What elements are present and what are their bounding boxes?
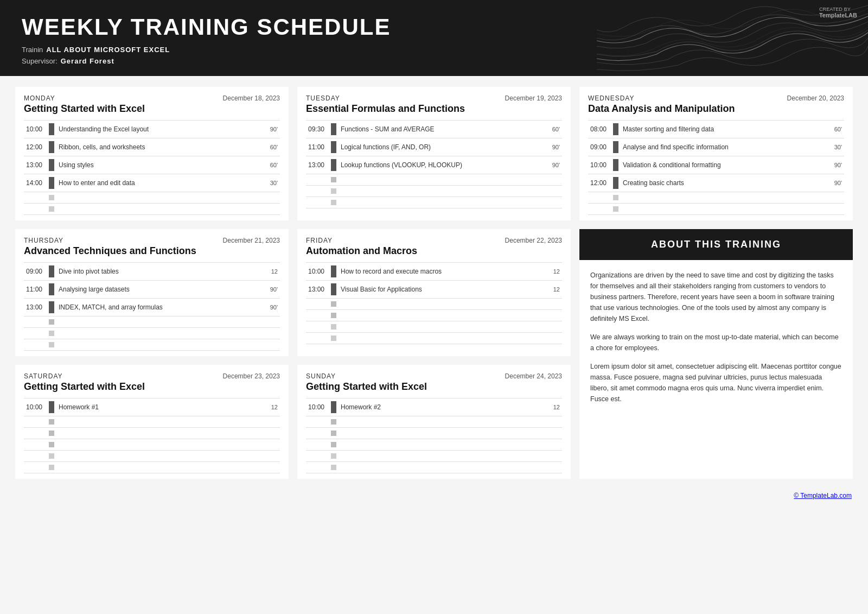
session-bar-empty bbox=[47, 339, 56, 351]
session-bar bbox=[329, 299, 339, 310]
session-desc: Validation & conditional formatting bbox=[621, 156, 829, 174]
session-dur-empty bbox=[547, 186, 562, 197]
session-dur-empty bbox=[265, 328, 280, 339]
session-duration bbox=[265, 416, 280, 428]
day-card-monday: MONDAY December 18, 2023 Getting Started… bbox=[15, 87, 289, 220]
session-duration: 90' bbox=[265, 121, 280, 138]
session-bar-empty bbox=[329, 186, 339, 197]
session-time-empty bbox=[306, 186, 329, 197]
about-paragraph: Lorem ipsum dolor sit amet, consectetuer… bbox=[590, 361, 842, 404]
session-bar bbox=[329, 281, 339, 299]
session-time-empty bbox=[306, 462, 329, 473]
session-duration: 60' bbox=[265, 138, 280, 156]
session-bar bbox=[611, 121, 621, 138]
schedule-table-tuesday: 09:30 Functions - SUM and AVERAGE 60' 11… bbox=[306, 120, 562, 208]
session-bar-empty bbox=[47, 328, 56, 339]
day-card-wednesday: WEDNESDAY December 20, 2023 Data Analysi… bbox=[579, 87, 853, 220]
schedule-table-friday: 10:00 How to record and execute macros 1… bbox=[306, 262, 562, 344]
day-card-sunday: SUNDAY December 24, 2023 Getting Started… bbox=[297, 365, 571, 479]
session-time-empty bbox=[306, 333, 329, 344]
session-time: 10:00 bbox=[588, 156, 611, 174]
day-card-thursday: THURSDAY December 21, 2023 Advanced Tech… bbox=[15, 229, 289, 356]
day-title-tuesday: Essential Formulas and Functions bbox=[306, 103, 562, 115]
session-time: 10:00 bbox=[306, 398, 329, 416]
session-bar-empty bbox=[611, 204, 621, 215]
day-header-friday: FRIDAY December 22, 2023 bbox=[306, 237, 562, 244]
session-bar bbox=[329, 156, 339, 174]
day-name-tuesday: TUESDAY bbox=[306, 94, 340, 102]
session-duration bbox=[547, 174, 562, 186]
session-time-empty bbox=[24, 328, 47, 339]
session-duration: 90' bbox=[265, 281, 280, 299]
session-time: 13:00 bbox=[24, 156, 47, 174]
session-time bbox=[24, 416, 47, 428]
session-bar bbox=[47, 138, 56, 156]
session-duration bbox=[547, 428, 562, 439]
session-desc: Using styles bbox=[56, 156, 265, 174]
session-bar-empty bbox=[47, 451, 56, 462]
session-desc: Ribbon, cells, and worksheets bbox=[56, 138, 265, 156]
session-time-empty bbox=[588, 192, 611, 204]
session-desc bbox=[339, 439, 547, 451]
session-time: 09:00 bbox=[24, 263, 47, 281]
session-bar bbox=[329, 310, 339, 321]
session-time-empty bbox=[306, 321, 329, 333]
session-duration: 90' bbox=[547, 138, 562, 156]
session-desc-empty bbox=[339, 451, 547, 462]
session-time: 13:00 bbox=[24, 299, 47, 317]
session-time bbox=[24, 439, 47, 451]
page-footer[interactable]: © TemplateLab.com bbox=[0, 488, 868, 504]
day-date-thursday: December 21, 2023 bbox=[223, 237, 280, 244]
session-time-empty bbox=[24, 204, 47, 215]
session-duration: 60' bbox=[265, 156, 280, 174]
session-time bbox=[306, 428, 329, 439]
day-title-wednesday: Data Analysis and Manipulation bbox=[588, 103, 844, 115]
session-desc-empty bbox=[56, 451, 265, 462]
session-duration bbox=[547, 310, 562, 321]
about-paragraph: We are always working to train on the mo… bbox=[590, 332, 842, 353]
supervisor-value: Gerard Forest bbox=[61, 57, 114, 65]
session-bar-empty bbox=[611, 192, 621, 204]
day-header-sunday: SUNDAY December 24, 2023 bbox=[306, 372, 562, 380]
session-bar bbox=[329, 439, 339, 451]
session-duration bbox=[265, 317, 280, 328]
day-title-monday: Getting Started with Excel bbox=[24, 103, 280, 115]
session-desc-empty bbox=[56, 462, 265, 473]
day-title-saturday: Getting Started with Excel bbox=[24, 381, 280, 393]
templatelab-logo: CREATED BY TemplateLAB bbox=[819, 5, 857, 18]
session-duration: 12 bbox=[547, 281, 562, 299]
day-header-saturday: SATURDAY December 23, 2023 bbox=[24, 372, 280, 380]
session-desc: Dive into pivot tables bbox=[56, 263, 265, 281]
day-title-friday: Automation and Macros bbox=[306, 245, 562, 257]
session-dur-empty bbox=[547, 462, 562, 473]
session-desc-empty bbox=[56, 339, 265, 351]
session-duration: 12 bbox=[547, 263, 562, 281]
session-duration: 90' bbox=[829, 174, 844, 192]
session-time bbox=[306, 439, 329, 451]
session-desc: Homework #1 bbox=[56, 398, 265, 416]
session-bar bbox=[329, 263, 339, 281]
day-name-thursday: THURSDAY bbox=[24, 237, 63, 244]
session-bar bbox=[329, 121, 339, 138]
footer-link[interactable]: © TemplateLab.com bbox=[794, 492, 852, 499]
session-desc-empty bbox=[621, 204, 829, 215]
session-time: 14:00 bbox=[24, 174, 47, 192]
session-desc bbox=[339, 416, 547, 428]
day-date-tuesday: December 19, 2023 bbox=[505, 94, 562, 102]
session-time bbox=[24, 317, 47, 328]
session-dur-empty bbox=[829, 192, 844, 204]
session-time: 09:00 bbox=[588, 138, 611, 156]
supervisor-label: Supervisor: bbox=[22, 57, 58, 65]
session-dur-empty bbox=[265, 451, 280, 462]
session-desc: Understanding the Excel layout bbox=[56, 121, 265, 138]
session-duration: 30' bbox=[265, 174, 280, 192]
session-bar-empty bbox=[47, 192, 56, 204]
day-header-tuesday: TUESDAY December 19, 2023 bbox=[306, 94, 562, 102]
session-bar-empty bbox=[329, 451, 339, 462]
session-duration: 60' bbox=[829, 121, 844, 138]
session-bar bbox=[611, 174, 621, 192]
session-bar bbox=[329, 174, 339, 186]
session-bar-empty bbox=[329, 333, 339, 344]
day-title-thursday: Advanced Techniques and Functions bbox=[24, 245, 280, 257]
session-duration: 12 bbox=[547, 398, 562, 416]
